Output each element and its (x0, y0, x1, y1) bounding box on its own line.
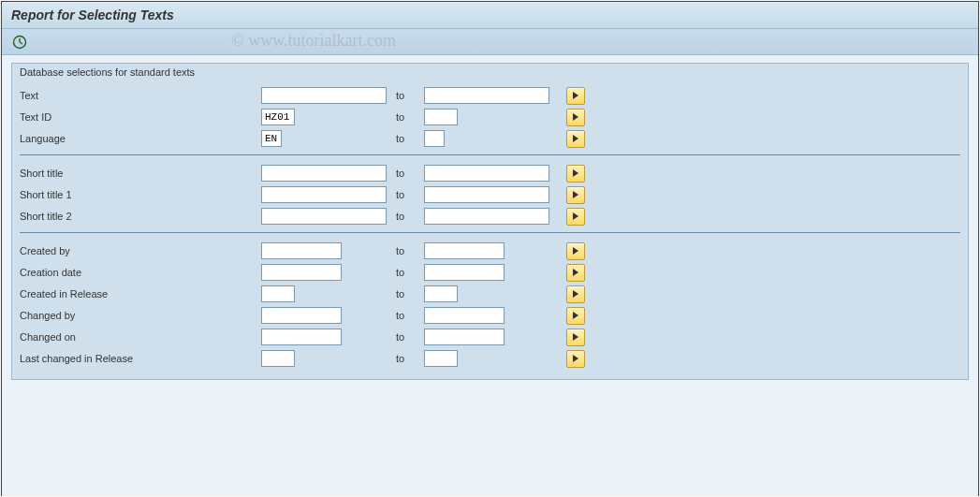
changed-by-from-input[interactable] (261, 307, 342, 324)
to-label: to (396, 353, 424, 364)
toolbar: © www.tutorialkart.com (2, 29, 978, 55)
changed-on-to-input[interactable] (424, 329, 505, 345)
label-language: Language (20, 133, 261, 144)
label-changed-on: Changed on (20, 331, 261, 343)
to-label: to (396, 90, 424, 101)
label-created-by: Created by (20, 245, 261, 256)
to-label: to (396, 111, 424, 123)
short-title-1-from-input[interactable] (261, 186, 387, 203)
created-by-to-input[interactable] (424, 242, 505, 259)
label-changed-by: Changed by (20, 310, 261, 321)
short-title-from-input[interactable] (261, 165, 387, 182)
watermark-text: © www.tutorialkart.com (231, 31, 396, 51)
arrow-right-icon (573, 312, 578, 319)
created-release-from-input[interactable] (261, 285, 295, 302)
row-changed-release: Last changed in Release to (20, 348, 960, 369)
execute-button[interactable] (11, 34, 28, 51)
arrow-right-icon (573, 247, 578, 255)
to-label: to (396, 189, 424, 200)
changed-on-multi-button[interactable] (566, 329, 585, 346)
text-from-input[interactable] (261, 87, 387, 104)
row-short-title-1: Short title 1 to (20, 184, 960, 205)
creation-date-to-input[interactable] (424, 264, 505, 281)
creation-date-from-input[interactable] (261, 264, 342, 281)
created-release-multi-button[interactable] (566, 285, 585, 303)
short-title-2-to-input[interactable] (424, 208, 549, 225)
to-label: to (396, 245, 424, 256)
short-title-1-multi-button[interactable] (566, 186, 585, 204)
short-title-2-multi-button[interactable] (566, 208, 585, 226)
language-multi-button[interactable] (566, 130, 585, 148)
created-by-multi-button[interactable] (566, 242, 585, 260)
label-changed-release: Last changed in Release (20, 353, 261, 364)
content-area: Database selections for standard texts T… (2, 55, 978, 496)
short-title-to-input[interactable] (424, 165, 549, 182)
page-title: Report for Selecting Texts (11, 7, 174, 22)
arrow-right-icon (573, 191, 578, 198)
creation-date-multi-button[interactable] (566, 264, 585, 282)
row-created-release: Created in Release to (20, 284, 960, 304)
label-short-title-2: Short title 2 (20, 211, 261, 222)
label-text: Text (20, 90, 261, 101)
divider (20, 232, 960, 233)
to-label: to (396, 267, 424, 278)
short-title-multi-button[interactable] (566, 165, 585, 183)
changed-by-multi-button[interactable] (566, 307, 585, 325)
row-changed-on: Changed on to (20, 327, 960, 347)
row-created-by: Created by to (20, 241, 960, 261)
row-changed-by: Changed by to (20, 305, 960, 326)
short-title-1-to-input[interactable] (424, 186, 549, 203)
to-label: to (396, 310, 424, 321)
language-from-input[interactable] (261, 130, 282, 147)
svg-line-2 (20, 42, 22, 44)
divider (20, 154, 960, 155)
to-label: to (396, 133, 424, 144)
group-title: Database selections for standard texts (12, 64, 968, 80)
arrow-right-icon (573, 333, 578, 341)
row-language: Language to (20, 128, 960, 149)
textid-multi-button[interactable] (566, 109, 585, 126)
to-label: to (396, 211, 424, 222)
changed-release-to-input[interactable] (424, 350, 458, 367)
to-label: to (396, 168, 424, 179)
to-label: to (396, 288, 424, 300)
arrow-right-icon (573, 169, 578, 177)
text-to-input[interactable] (424, 87, 549, 104)
row-textid: Text ID to (20, 107, 960, 127)
changed-by-to-input[interactable] (424, 307, 505, 324)
row-short-title-2: Short title 2 to (20, 206, 960, 227)
arrow-right-icon (573, 212, 578, 220)
row-creation-date: Creation date to (20, 262, 960, 283)
textid-to-input[interactable] (424, 109, 458, 125)
selection-group: Database selections for standard texts T… (11, 63, 969, 380)
changed-on-from-input[interactable] (261, 329, 342, 345)
arrow-right-icon (573, 92, 578, 99)
arrow-right-icon (573, 290, 578, 298)
row-text: Text to (20, 85, 960, 106)
created-release-to-input[interactable] (424, 285, 458, 302)
arrow-right-icon (573, 113, 578, 121)
changed-release-multi-button[interactable] (566, 350, 585, 368)
label-created-release: Created in Release (20, 288, 261, 300)
title-bar: Report for Selecting Texts (2, 2, 978, 29)
changed-release-from-input[interactable] (261, 350, 295, 367)
created-by-from-input[interactable] (261, 242, 342, 259)
language-to-input[interactable] (424, 130, 445, 147)
label-short-title: Short title (20, 168, 261, 179)
arrow-right-icon (573, 135, 578, 142)
execute-icon (12, 35, 27, 50)
textid-from-input[interactable] (261, 109, 295, 125)
arrow-right-icon (573, 355, 578, 362)
short-title-2-from-input[interactable] (261, 208, 387, 225)
label-creation-date: Creation date (20, 267, 261, 278)
label-textid: Text ID (20, 111, 261, 123)
to-label: to (396, 331, 424, 343)
text-multi-button[interactable] (566, 87, 585, 105)
label-short-title-1: Short title 1 (20, 189, 261, 200)
arrow-right-icon (573, 269, 578, 276)
row-short-title: Short title to (20, 163, 960, 183)
